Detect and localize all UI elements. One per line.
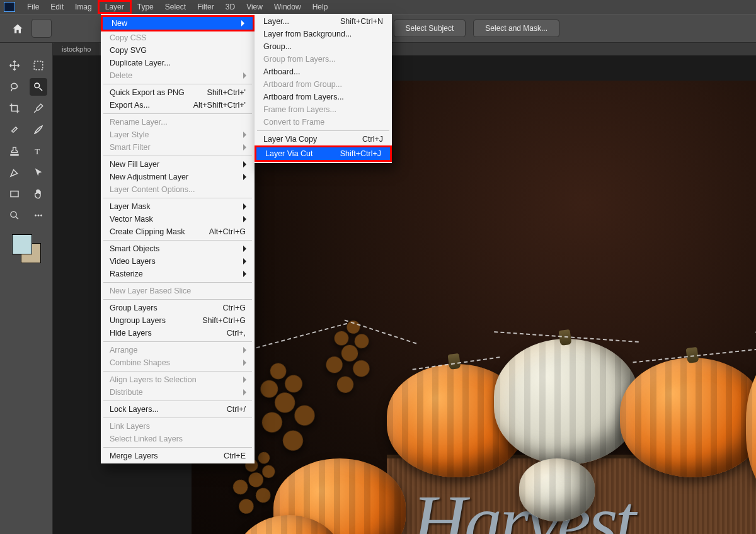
- menu-item-label: Combine Shapes: [110, 358, 170, 367]
- decor-stem: [447, 353, 461, 370]
- menu-select[interactable]: Select: [159, 0, 192, 14]
- tools-panel: T: [0, 42, 53, 534]
- menu-item[interactable]: New Fill Layer: [101, 158, 255, 171]
- menu-item[interactable]: Layer from Background...: [255, 28, 392, 40]
- home-icon[interactable]: [11, 23, 24, 34]
- svg-point-5: [11, 212, 16, 217]
- menu-filter[interactable]: Filter: [192, 0, 220, 14]
- menu-item[interactable]: Rasterize: [101, 268, 255, 280]
- menu-item-label: Lock Layers...: [110, 405, 159, 414]
- menu-window[interactable]: Window: [268, 0, 307, 14]
- menu-item-shortcut: Alt+Shift+Ctrl+': [186, 101, 246, 110]
- document-tab[interactable]: istockpho: [53, 43, 100, 55]
- menu-item-label: Create Clipping Mask: [110, 227, 185, 236]
- menu-type[interactable]: Type: [132, 0, 159, 14]
- menu-item[interactable]: Duplicate Layer...: [101, 57, 255, 69]
- menu-item[interactable]: Hide LayersCtrl+,: [101, 327, 255, 339]
- menu-item-layer-via-cut[interactable]: Layer Via CutShift+Ctrl+J: [255, 145, 392, 162]
- layer-menu-dropdown[interactable]: NewCopy CSSCopy SVGDuplicate Layer...Del…: [101, 14, 255, 463]
- select-subject-button[interactable]: Select Subject: [394, 20, 466, 37]
- zoom-tool-icon[interactable]: [6, 207, 23, 224]
- rectangle-tool-icon[interactable]: [6, 185, 23, 203]
- menu-item[interactable]: Layer...Shift+Ctrl+N: [255, 15, 392, 28]
- marquee-tool-icon[interactable]: [30, 57, 47, 74]
- menu-item-shortcut: Ctrl+,: [219, 329, 246, 338]
- lasso-tool-icon[interactable]: [6, 78, 23, 96]
- menu-item: Link Layers: [101, 420, 255, 433]
- tool-preset-picker[interactable]: [32, 19, 52, 38]
- menu-item[interactable]: Artboard...: [255, 65, 392, 78]
- menu-item[interactable]: Ungroup LayersShift+Ctrl+G: [101, 314, 255, 327]
- color-chips[interactable]: [12, 234, 41, 263]
- menu-separator: [103, 282, 252, 283]
- select-and-mask-button[interactable]: Select and Mask...: [473, 20, 559, 37]
- menu-item-label: Ungroup Layers: [110, 316, 166, 325]
- menu-item[interactable]: Lock Layers...Ctrl+/: [101, 403, 255, 416]
- menu-item: Layer Content Options...: [101, 183, 255, 196]
- menu-item-label: Artboard...: [263, 67, 300, 76]
- menu-item-label: Copy CSS: [110, 33, 146, 42]
- eyedropper-tool-icon[interactable]: [30, 99, 47, 117]
- menu-item-label: Delete: [110, 71, 132, 80]
- menu-item-label: Arrange: [110, 346, 137, 355]
- menu-item: Layer Style: [101, 128, 255, 141]
- menu-item[interactable]: Smart Objects: [101, 242, 255, 255]
- decor-pumpkin: [494, 339, 639, 465]
- menu-item[interactable]: Create Clipping MaskAlt+Ctrl+G: [101, 225, 255, 238]
- move-tool-icon[interactable]: [6, 57, 23, 74]
- crop-tool-icon[interactable]: [6, 99, 23, 117]
- menu-item: Group from Layers...: [255, 53, 392, 65]
- menu-item-label: New Layer Based Slice: [110, 287, 191, 295]
- menu-view[interactable]: View: [241, 0, 268, 14]
- edit-toolbar-icon[interactable]: [30, 207, 47, 224]
- menu-item[interactable]: Video Layers: [101, 255, 255, 268]
- menu-item[interactable]: Export As...Alt+Shift+Ctrl+': [101, 99, 255, 111]
- menu-item[interactable]: Layer Via CopyCtrl+J: [255, 133, 392, 145]
- menu-item[interactable]: Layer Mask: [101, 200, 255, 213]
- quick-select-tool-icon[interactable]: [30, 78, 47, 96]
- menu-separator: [103, 418, 252, 418]
- menu-help[interactable]: Help: [307, 0, 334, 14]
- foreground-color-chip[interactable]: [12, 234, 32, 254]
- menu-item[interactable]: Vector Mask: [101, 213, 255, 225]
- menu-item[interactable]: Artboard from Layers...: [255, 91, 392, 103]
- menu-item-label: Artboard from Layers...: [263, 93, 344, 101]
- menu-layer[interactable]: Layer: [98, 0, 132, 14]
- menu-item: Rename Layer...: [101, 116, 255, 128]
- menu-item-label: Rasterize: [110, 270, 143, 278]
- menu-item-label: Frame from Layers...: [263, 105, 336, 114]
- menu-item[interactable]: Group LayersCtrl+G: [101, 302, 255, 314]
- hand-tool-icon[interactable]: [30, 185, 47, 203]
- path-select-tool-icon[interactable]: [30, 164, 47, 181]
- menu-item-shortcut: Shift+Ctrl+N: [333, 17, 383, 26]
- menu-item[interactable]: Merge LayersCtrl+E: [101, 450, 255, 462]
- menu-item: Frame from Layers...: [255, 103, 392, 116]
- menu-item-new[interactable]: New: [101, 15, 255, 31]
- brush-tool-icon[interactable]: [30, 121, 47, 139]
- menu-item[interactable]: Copy SVG: [101, 44, 255, 57]
- svg-point-8: [40, 215, 42, 217]
- menu-item-label: Merge Layers: [110, 452, 158, 460]
- menu-item-label: Align Layers to Selection: [110, 375, 197, 384]
- menu-item[interactable]: New Adjustment Layer: [101, 171, 255, 183]
- heal-tool-icon[interactable]: [6, 121, 23, 139]
- menu-item-shortcut: Shift+Ctrl+G: [195, 316, 246, 325]
- menu-edit[interactable]: Edit: [45, 0, 69, 14]
- menu-item[interactable]: Group...: [255, 40, 392, 53]
- type-tool-icon[interactable]: T: [30, 142, 47, 160]
- svg-text:T: T: [35, 147, 40, 156]
- menu-separator: [103, 240, 252, 241]
- menu-file[interactable]: File: [21, 0, 45, 14]
- menu-imag[interactable]: Imag: [69, 0, 98, 14]
- menu-3d[interactable]: 3D: [220, 0, 241, 14]
- menu-separator: [103, 371, 252, 372]
- stamp-tool-icon[interactable]: [6, 142, 23, 160]
- menu-item-shortcut: Ctrl+J: [355, 135, 383, 144]
- layer-new-submenu[interactable]: Layer...Shift+Ctrl+NLayer from Backgroun…: [255, 14, 392, 163]
- menu-separator: [103, 341, 252, 342]
- pen-tool-icon[interactable]: [6, 164, 23, 181]
- menu-item[interactable]: Quick Export as PNGShift+Ctrl+': [101, 86, 255, 99]
- menu-item-label: Video Layers: [110, 257, 156, 266]
- app-icon: [4, 2, 15, 12]
- menu-item-label: Duplicate Layer...: [110, 59, 171, 67]
